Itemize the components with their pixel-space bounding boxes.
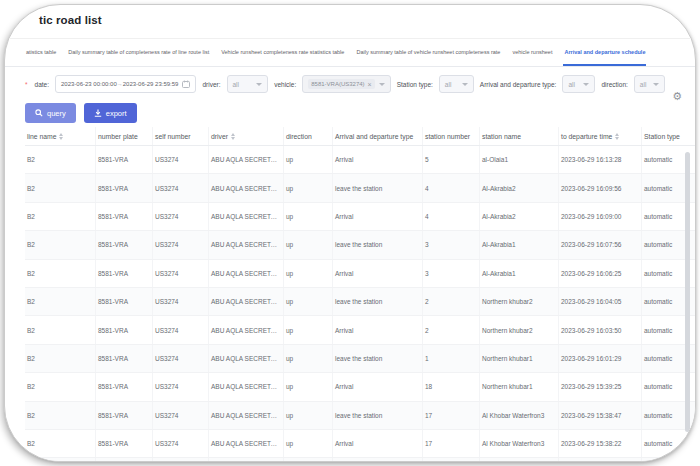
- column-header-to-departure-time[interactable]: to departure time: [559, 127, 642, 146]
- table-row: B28581-VRAUS3274ABU AQLA SECRETAR...uple…: [25, 174, 696, 202]
- direction-value: all: [640, 81, 647, 88]
- cell-driver: ABU AQLA SECRETAR...: [209, 259, 284, 287]
- cell-number-plate: 8581-VRA: [96, 146, 153, 174]
- cell-station-name: Al Khobar Waterfron3: [480, 401, 559, 429]
- cell-driver: ABU AQLA SECRETAR...: [209, 202, 284, 230]
- cell-station-number: 18: [423, 373, 480, 401]
- direction-label: direction:: [601, 81, 627, 88]
- cell-driver: ABU AQLA SECRETAR...: [209, 344, 284, 372]
- cell-station-name: Al-Akrabia2: [480, 202, 559, 230]
- data-table: line namenumber plateself numberdriverdi…: [25, 127, 693, 462]
- date-end-value: 2023-06-29 23:59:59: [123, 81, 179, 87]
- sort-icon[interactable]: [231, 133, 235, 140]
- cell-arrival-and-departure-type: Arrival: [333, 259, 423, 287]
- cell-direction: up: [284, 174, 333, 202]
- cell-station-number: 2: [423, 287, 480, 315]
- app-window: tic road list atistics tableDaily summar…: [4, 4, 696, 462]
- table-row: B28581-VRAUS3274ABU AQLA SECRETAR...upAr…: [25, 202, 696, 230]
- driver-select[interactable]: all: [227, 75, 269, 93]
- table-row: B28581-VRAUS3274ABU AQLA SECRETAR...uple…: [25, 231, 696, 259]
- cell-direction: up: [284, 231, 333, 259]
- cell-line-name: B2: [25, 373, 96, 401]
- close-icon[interactable]: ×: [368, 81, 372, 88]
- cell-to-departure-time: 2023-06-29 16:01:29: [559, 344, 642, 372]
- station-type-select[interactable]: all: [439, 75, 474, 93]
- cell-to-departure-time: 2023-06-29 15:38:22: [559, 429, 642, 457]
- cell-to-departure-time: 2023-06-29 16:09:00: [559, 202, 642, 230]
- vehicle-select[interactable]: 8581-VRA(US3274) ×: [302, 75, 390, 93]
- cell-self-number: US3274: [153, 202, 209, 230]
- column-label: station name: [482, 133, 521, 140]
- query-button[interactable]: query: [25, 103, 76, 123]
- cell-number-plate: 8581-VRA: [96, 231, 153, 259]
- export-button-label: export: [106, 109, 127, 118]
- tab-arrival-and-departure-schedule[interactable]: Arrival and departure schedule: [563, 39, 646, 66]
- column-label: direction: [286, 133, 312, 140]
- cell-driver: ABU AQLA SECRETAR...: [209, 146, 284, 174]
- required-asterisk: *: [25, 81, 28, 88]
- cell-driver: ABU AQLA SECRETAR...: [209, 287, 284, 315]
- date-range-input[interactable]: 2023-06-23 00:00:00 → 2023-06-29 23:59:5…: [55, 75, 196, 93]
- column-header-line-name[interactable]: line name: [25, 127, 96, 146]
- cell-direction: up: [284, 458, 333, 462]
- action-bar: query export: [25, 103, 137, 124]
- cell-arrival-and-departure-type: Arrival: [333, 316, 423, 344]
- cell-to-departure-time: 2023-06-29 16:06:25: [559, 259, 642, 287]
- cell-arrival-and-departure-type: leave the station: [333, 458, 423, 462]
- tab-atistics-table[interactable]: atistics table: [25, 39, 57, 66]
- cell-number-plate: 8581-VRA: [96, 429, 153, 457]
- station-type-value: all: [445, 81, 452, 88]
- cell-station-name: Northern khubar1: [480, 373, 559, 401]
- cell-line-name: B2: [25, 174, 96, 202]
- vehicle-tag: 8581-VRA(US3274) ×: [308, 79, 374, 89]
- column-header-number-plate: number plate: [96, 127, 153, 146]
- cell-driver: ABU AQLA SECRETAR...: [209, 231, 284, 259]
- cell-line-name: B2: [25, 458, 96, 462]
- cell-arrival-and-departure-type: Arrival: [333, 146, 423, 174]
- tab-bar: atistics tableDaily summary table of com…: [5, 39, 695, 67]
- cell-arrival-and-departure-type: leave the station: [333, 344, 423, 372]
- cell-direction: up: [284, 146, 333, 174]
- column-header-direction: direction: [284, 127, 333, 146]
- cell-arrival-and-departure-type: leave the station: [333, 174, 423, 202]
- arrival-departure-type-value: all: [568, 81, 575, 88]
- tab-daily-summary-table-of-completeness-rate[interactable]: Daily summary table of completeness rate…: [67, 39, 210, 66]
- cell-arrival-and-departure-type: leave the station: [333, 287, 423, 315]
- cell-station-name: Northern khubar2: [480, 316, 559, 344]
- query-button-label: query: [47, 109, 66, 118]
- vertical-scrollbar[interactable]: [685, 152, 690, 432]
- sort-icon[interactable]: [59, 133, 63, 140]
- tab-daily-summary-table-of-vehicle-runsheet-[interactable]: Daily summary table of vehicle runsheet …: [355, 39, 501, 66]
- cell-driver: ABU AQLA SECRETAR...: [209, 316, 284, 344]
- table-row: B28581-VRAUS3274ABU AQLA SECRETAR...uple…: [25, 458, 696, 462]
- tab-vehicle-runsheet-completeness-rate-stati[interactable]: Vehicle runsheet completeness rate stati…: [220, 39, 345, 66]
- cell-self-number: US3274: [153, 316, 209, 344]
- column-header-station-name: station name: [480, 127, 559, 146]
- cell-line-name: B2: [25, 401, 96, 429]
- column-header-driver[interactable]: driver: [209, 127, 284, 146]
- settings-gear-icon[interactable]: ⚙: [672, 91, 682, 102]
- export-button[interactable]: export: [84, 103, 137, 123]
- filter-bar: *date: 2023-06-23 00:00:00 → 2023-06-29 …: [25, 74, 665, 94]
- cell-station-name: Northern khubar2: [480, 287, 559, 315]
- tab-vehicle-runsheet[interactable]: vehicle runsheet: [511, 39, 553, 66]
- cell-to-departure-time: 2023-06-29 16:13:28: [559, 146, 642, 174]
- cell-to-departure-time: 2023-06-29 16:07:56: [559, 231, 642, 259]
- cell-self-number: US3274: [153, 287, 209, 315]
- driver-label: driver:: [202, 81, 220, 88]
- date-label: date:: [35, 81, 49, 88]
- cell-station-number: 1: [423, 344, 480, 372]
- direction-select[interactable]: all: [634, 75, 665, 93]
- search-icon: [35, 109, 43, 117]
- cell-station-number: 17: [423, 429, 480, 457]
- calendar-icon: [182, 80, 190, 88]
- sort-icon[interactable]: [615, 133, 619, 140]
- cell-station-number: 5: [423, 146, 480, 174]
- cell-line-name: B2: [25, 202, 96, 230]
- table-row: B28581-VRAUS3274ABU AQLA SECRETAR...uple…: [25, 401, 696, 429]
- column-header-station-number: station number: [423, 127, 480, 146]
- cell-station-number: 4: [423, 174, 480, 202]
- cell-number-plate: 8581-VRA: [96, 401, 153, 429]
- cell-station-name: Al Khobar Waterfron2: [480, 458, 559, 462]
- arrival-departure-type-select[interactable]: all: [562, 75, 595, 93]
